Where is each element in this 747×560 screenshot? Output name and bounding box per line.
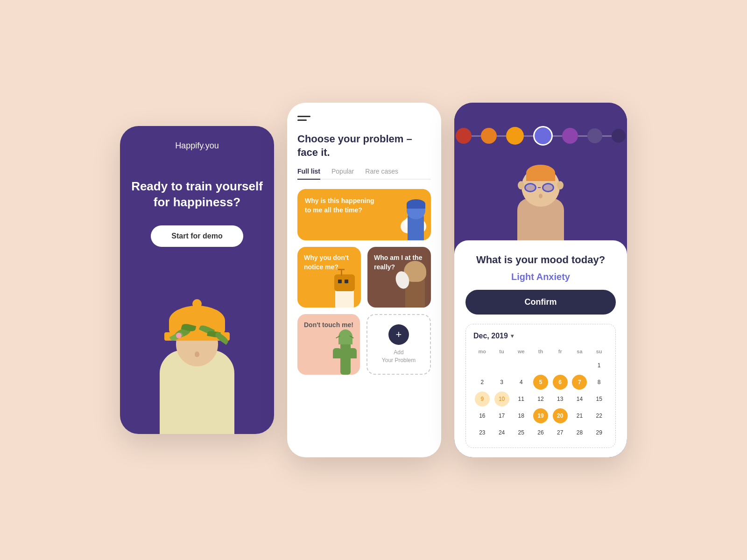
cal-header-mo: mo [473,347,491,356]
card-who-am-i[interactable]: Who am I at the really? [367,247,431,308]
cards-row-3: Don't touch me! + Add You [297,314,431,375]
cal-header-su: su [590,347,608,356]
hamburger-menu[interactable] [297,116,431,123]
app-logo: Happify.you [175,141,219,151]
card-add-problem[interactable]: + Add Your Problem [366,314,431,375]
mood-dot-1[interactable] [456,128,472,144]
mood-dot-active[interactable] [533,126,553,146]
card-dont-touch-text: Don't touch me! [304,321,353,329]
cal-day-27[interactable]: 27 [553,425,568,440]
cal-day-8[interactable]: 8 [592,375,606,390]
cards-row-2: Why you don't notice me? Who am I a [297,247,431,308]
cal-day-18[interactable]: 18 [514,408,529,423]
cal-day-17[interactable]: 17 [494,408,509,423]
mood-question: What is your mood today? [465,253,616,267]
glass-bridge [538,187,541,188]
phones-container: Happify.you Ready to train yourself for … [101,84,646,476]
cal-day-15[interactable]: 15 [592,392,606,406]
calendar-grid: mo tu we th fr sa su 1 2 [473,347,608,440]
cal-header-fr: fr [551,347,569,356]
cal-empty-2 [494,358,509,373]
cal-day-14[interactable]: 14 [572,392,587,406]
char3-container [517,198,564,240]
card-happening[interactable]: Why is this happening to me all the time… [297,189,431,240]
tab-popular[interactable]: Popular [331,168,354,179]
connector-1 [472,135,481,137]
cal-day-4[interactable]: 4 [514,375,529,390]
cal-header-we: we [512,347,530,356]
cal-day-13[interactable]: 13 [553,392,568,406]
cactus-figure [332,330,358,375]
tagline: Ready to train yourself for happiness? [131,179,263,210]
add-circle-icon[interactable]: + [388,324,409,345]
box-figure [331,266,361,308]
connector-6 [602,135,612,137]
menu-line-1 [297,116,310,117]
confirm-button[interactable]: Confirm [465,290,616,315]
cal-day-23[interactable]: 23 [475,425,490,440]
mood-dot-2[interactable] [481,128,497,144]
character-illustration [120,285,274,434]
phone-2: Choose your problem – face it. Full list… [287,103,441,457]
tab-full-list[interactable]: Full list [297,168,320,180]
cal-day-24[interactable]: 24 [494,425,509,440]
cal-day-7[interactable]: 7 [572,375,587,390]
tab-rare-cases[interactable]: Rare cases [365,168,398,179]
calendar-arrow[interactable]: ▾ [511,333,514,339]
tabs-row: Full list Popular Rare cases [297,168,431,180]
cal-empty-3 [514,358,529,373]
phone-3-bottom: What is your mood today? Light Anxiety C… [454,240,627,457]
mood-dot-3[interactable] [506,127,524,145]
cal-day-11[interactable]: 11 [514,392,529,406]
connector-3 [524,135,533,137]
cal-header-tu: tu [493,347,511,356]
cal-day-20[interactable]: 20 [553,408,568,423]
char3-hair [526,165,555,181]
cal-day-22[interactable]: 22 [592,408,606,423]
cal-day-5[interactable]: 5 [533,375,548,390]
cal-day-19[interactable]: 19 [533,408,548,423]
cal-day-16[interactable]: 16 [475,408,490,423]
phone-3-top [454,103,627,240]
cal-empty-5 [553,358,568,373]
cal-empty-1 [475,358,490,373]
cal-empty-6 [572,358,587,373]
cal-day-9[interactable]: 9 [475,392,490,406]
logo-sub: .you [203,141,219,150]
cal-day-21[interactable]: 21 [572,408,587,423]
menu-line-2 [297,119,307,121]
page-title: Choose your problem – face it. [297,133,431,159]
mask-figure [398,261,431,308]
cal-day-1[interactable]: 1 [592,358,606,373]
logo-main: Happify [175,141,203,150]
blue-figure [403,205,429,240]
card-happening-text: Why is this happening to me all the time… [305,196,376,215]
mood-dot-6[interactable] [587,128,602,143]
card-dont-touch[interactable]: Don't touch me! [297,314,360,375]
connector-2 [497,135,506,137]
calendar-box: Dec, 2019 ▾ mo tu we th fr sa su [465,324,616,448]
calendar-header: Dec, 2019 ▾ [473,332,608,340]
char1-leaves-right [205,331,233,343]
cal-day-2[interactable]: 2 [475,375,490,390]
start-demo-button[interactable]: Start for demo [151,225,243,247]
connector-5 [578,135,587,137]
cal-day-12[interactable]: 12 [533,392,548,406]
calendar-month-year: Dec, 2019 [473,332,508,340]
cal-day-6[interactable]: 6 [553,375,568,390]
mood-dot-5[interactable] [562,128,578,144]
connector-4 [553,135,562,137]
phone-1: Happify.you Ready to train yourself for … [120,126,274,434]
cal-day-28[interactable]: 28 [572,425,587,440]
cal-day-10[interactable]: 10 [494,392,509,406]
cal-header-sa: sa [571,347,589,356]
phone-3: What is your mood today? Light Anxiety C… [454,103,627,457]
cal-day-26[interactable]: 26 [533,425,548,440]
problem-cards-grid: Why is this happening to me all the time… [297,189,431,375]
char3-glasses [524,183,554,192]
cal-day-25[interactable]: 25 [514,425,529,440]
cal-day-29[interactable]: 29 [592,425,606,440]
card-notice[interactable]: Why you don't notice me? [297,247,361,308]
cal-day-3[interactable]: 3 [494,375,509,390]
mood-dot-7[interactable] [612,129,626,143]
